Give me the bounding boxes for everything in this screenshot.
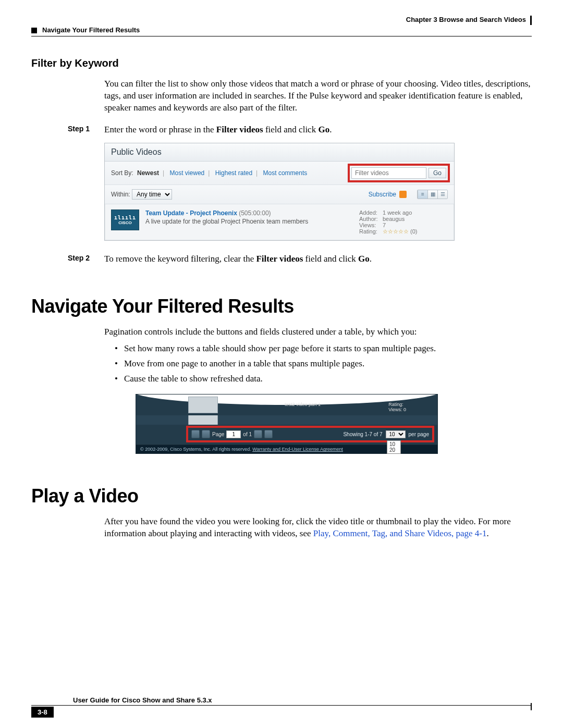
heading-filter-by-keyword: Filter by Keyword [31, 57, 532, 69]
heading-navigate-results: Navigate Your Filtered Results [31, 295, 532, 317]
sort-highest-rated[interactable]: Highest rated [215, 169, 252, 177]
prev-page-icon[interactable] [202, 430, 210, 438]
detail-view-icon[interactable]: ☰ [437, 190, 447, 199]
sort-most-comments[interactable]: Most comments [263, 169, 308, 177]
sort-newest[interactable]: Newest [137, 169, 159, 177]
step-label: Step 2 [68, 254, 104, 262]
thumbnail-fragment [188, 397, 218, 413]
sort-by: Sort By: Newest| Most viewed| Highest ra… [111, 169, 309, 177]
view-switcher: ≡ ▦ ☰ [417, 190, 448, 199]
public-videos-panel: Public Videos Sort By: Newest| Most view… [104, 143, 455, 241]
step-label: Step 1 [68, 125, 104, 133]
within-select[interactable]: Any time [132, 189, 172, 200]
first-page-icon[interactable] [191, 430, 200, 438]
page-number: 3-8 [31, 707, 54, 718]
star-rating-icon: ☆☆☆☆☆ [383, 228, 409, 235]
video-thumbnail[interactable]: ılıılı CISCO [111, 209, 139, 230]
step-2: Step 2 To remove the keyword filtering, … [68, 254, 532, 264]
video-list-item: ılıılı CISCO Team Update - Project Phoen… [105, 204, 454, 240]
list-view-icon[interactable]: ≡ [418, 190, 427, 199]
navigate-intro: Pagination controls include the buttons … [104, 326, 532, 338]
go-button[interactable]: Go [429, 168, 446, 178]
next-page-icon[interactable] [254, 430, 262, 438]
within-filter: Within: Any time [111, 189, 172, 200]
video-meta: Added:1 week ago Author:beaugus Views:7 … [359, 209, 448, 235]
grid-view-icon[interactable]: ▦ [427, 190, 437, 199]
video-duration: (505:00:00) [239, 209, 271, 217]
breadcrumb: Navigate Your Filtered Results [42, 26, 140, 34]
chapter-title: Chapter 3 Browse and Search Videos [31, 16, 532, 25]
video-title-fragment: test2 video part 1 [285, 402, 321, 407]
page-footer: User Guide for Cisco Show and Share 5.3.… [31, 696, 532, 718]
step-1: Step 1 Enter the word or phrase in the F… [68, 125, 532, 135]
per-page-select[interactable]: 10 [386, 430, 406, 438]
page-header: Chapter 3 Browse and Search Videos Navig… [31, 16, 532, 36]
guide-title: User Guide for Cisco Show and Share 5.3.… [73, 696, 532, 704]
rss-icon[interactable] [399, 191, 407, 198]
video-description: A live update for the global Project Pho… [145, 218, 353, 225]
heading-play-a-video: Play a Video [31, 485, 532, 507]
filter-videos-input[interactable] [351, 167, 426, 179]
navigate-bullets: Set how many rows a table should show pe… [115, 341, 532, 387]
panel-title: Public Videos [105, 143, 454, 162]
video-title-link[interactable]: Team Update - Project Phoenix [145, 209, 237, 217]
pagination-panel: test2 video part 1 Rating: Views: 0 Page… [136, 394, 438, 454]
pagination-highlight: Page of 1 Showing 1-7 of 7 10 per page [188, 428, 432, 440]
filter-intro-text: You can filter the list to show only tho… [104, 78, 532, 114]
cross-ref-link[interactable]: Play, Comment, Tag, and Share Videos, pa… [313, 528, 487, 538]
play-video-text: After you have found the video you were … [104, 516, 532, 540]
subscribe-link[interactable]: Subscribe [369, 191, 396, 198]
filter-videos-highlight: Go [350, 166, 448, 180]
last-page-icon[interactable] [264, 430, 273, 438]
sort-most-viewed[interactable]: Most viewed [170, 169, 205, 177]
page-number-input[interactable] [226, 430, 241, 438]
license-link[interactable]: Warranty and End-User License Agreement [252, 447, 343, 452]
showing-text: Showing 1-7 of 7 [343, 431, 382, 437]
per-page-dropdown-open[interactable]: 10 20 [387, 440, 401, 454]
